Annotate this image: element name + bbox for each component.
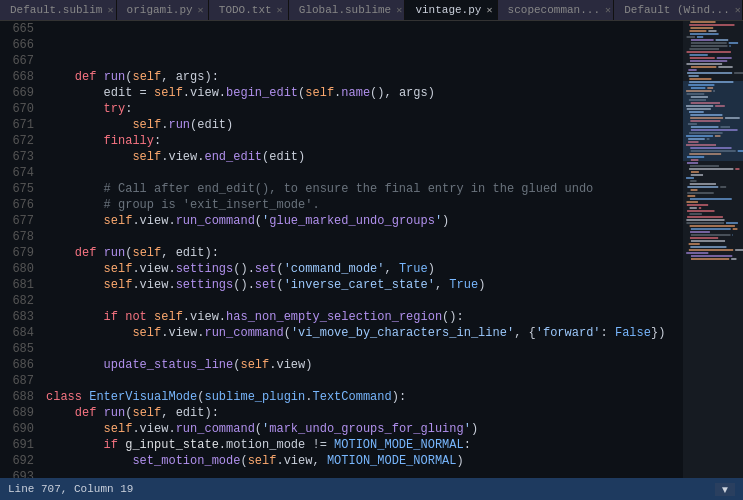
tab-label: scopecomman... — [508, 4, 600, 16]
code-line — [46, 53, 683, 69]
editor-container: 6656666676686696706716726736746756766776… — [0, 21, 743, 478]
line-number: 671 — [8, 117, 34, 133]
code-line — [46, 293, 683, 309]
line-number: 675 — [8, 181, 34, 197]
code-line: self.view.run_command('mark_undo_groups_… — [46, 421, 683, 437]
code-line: edit = self.view.begin_edit(self.name(),… — [46, 85, 683, 101]
line-number: 687 — [8, 373, 34, 389]
tab-origami[interactable]: origami.py ✕ — [117, 0, 209, 20]
tab-label: TODO.txt — [219, 4, 272, 16]
tab-label: origami.py — [127, 4, 193, 16]
line-number: 678 — [8, 229, 34, 245]
code-line: self.view.settings().set('inverse_caret_… — [46, 277, 683, 293]
line-number: 681 — [8, 277, 34, 293]
code-line: update_status_line(self.view) — [46, 357, 683, 373]
tab-todo[interactable]: TODO.txt ✕ — [209, 0, 289, 20]
tab-label: Global.sublime — [299, 4, 391, 16]
code-line — [46, 341, 683, 357]
line-number: 674 — [8, 165, 34, 181]
line-number: 683 — [8, 309, 34, 325]
code-line: if g_input_state.motion_mode != MOTION_M… — [46, 437, 683, 453]
line-number: 691 — [8, 437, 34, 453]
code-line: # Call after end_edit(), to ensure the f… — [46, 181, 683, 197]
line-number: 669 — [8, 85, 34, 101]
line-number: 668 — [8, 69, 34, 85]
status-left: Line 707, Column 19 — [8, 483, 133, 495]
tab-close-icon[interactable]: ✕ — [107, 4, 113, 16]
tab-close-icon[interactable]: ✕ — [486, 4, 492, 16]
line-number: 693 — [8, 469, 34, 478]
code-line: self.view.run_command('glue_marked_undo_… — [46, 213, 683, 229]
code-line: if not self.view.has_non_empty_selection… — [46, 309, 683, 325]
line-number: 676 — [8, 197, 34, 213]
line-number: 692 — [8, 453, 34, 469]
status-bar: Line 707, Column 19 ▼ — [0, 478, 743, 500]
tab-close-icon[interactable]: ✕ — [605, 4, 611, 16]
code-line: self.view.run_command('vi_move_by_charac… — [46, 325, 683, 341]
line-number: 684 — [8, 325, 34, 341]
code-line — [46, 469, 683, 478]
tab-close-icon[interactable]: ✕ — [396, 4, 402, 16]
line-number: 677 — [8, 213, 34, 229]
code-line — [46, 373, 683, 389]
status-right: ▼ — [715, 483, 735, 496]
tab-global-sublime[interactable]: Global.sublime ✕ — [289, 0, 406, 20]
line-numbers: 6656666676686696706716726736746756766776… — [0, 21, 42, 478]
line-number: 670 — [8, 101, 34, 117]
cursor-position: Line 707, Column 19 — [8, 483, 133, 495]
line-number: 665 — [8, 21, 34, 37]
tab-label: vintage.py — [415, 4, 481, 16]
code-line: def run(self, args): — [46, 69, 683, 85]
line-number: 679 — [8, 245, 34, 261]
code-line: self.view.end_edit(edit) — [46, 149, 683, 165]
code-line — [46, 229, 683, 245]
line-number: 673 — [8, 149, 34, 165]
code-line: def run(self, edit): — [46, 245, 683, 261]
scroll-down-button[interactable]: ▼ — [715, 483, 735, 496]
tab-label: Default (Wind... — [624, 4, 730, 16]
tab-bar: Default.sublim ✕ origami.py ✕ TODO.txt ✕… — [0, 0, 743, 21]
line-number: 688 — [8, 389, 34, 405]
code-line: # group is 'exit_insert_mode'. — [46, 197, 683, 213]
tab-label: Default.sublim — [10, 4, 102, 16]
code-area[interactable]: def run(self, args): edit = self.view.be… — [42, 21, 683, 478]
tab-scopecommand[interactable]: scopecomman... ✕ — [498, 0, 615, 20]
line-number: 685 — [8, 341, 34, 357]
minimap[interactable] — [683, 21, 743, 478]
tab-close-icon[interactable]: ✕ — [277, 4, 283, 16]
line-number: 672 — [8, 133, 34, 149]
minimap-canvas — [683, 21, 743, 478]
code-line: try: — [46, 101, 683, 117]
tab-default-wind[interactable]: Default (Wind... ✕ — [614, 0, 743, 20]
line-number: 680 — [8, 261, 34, 277]
code-line — [46, 165, 683, 181]
code-line: def run(self, edit): — [46, 405, 683, 421]
line-number: 667 — [8, 53, 34, 69]
line-number: 682 — [8, 293, 34, 309]
line-number: 666 — [8, 37, 34, 53]
code-line: self.run(edit) — [46, 117, 683, 133]
tab-close-icon[interactable]: ✕ — [735, 4, 741, 16]
code-line: self.view.settings().set('command_mode',… — [46, 261, 683, 277]
tab-close-icon[interactable]: ✕ — [198, 4, 204, 16]
tab-vintage[interactable]: vintage.py ✕ — [405, 0, 497, 20]
line-number: 689 — [8, 405, 34, 421]
line-number: 690 — [8, 421, 34, 437]
code-line: finally: — [46, 133, 683, 149]
code-line: class EnterVisualMode(sublime_plugin.Tex… — [46, 389, 683, 405]
line-number: 686 — [8, 357, 34, 373]
code-line: set_motion_mode(self.view, MOTION_MODE_N… — [46, 453, 683, 469]
tab-default-sublime[interactable]: Default.sublim ✕ — [0, 0, 117, 20]
